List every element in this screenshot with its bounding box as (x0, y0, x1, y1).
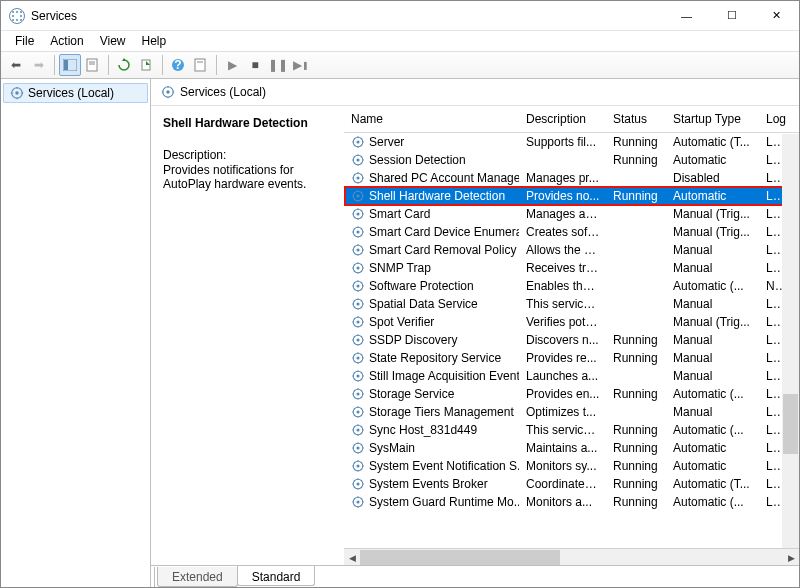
service-row[interactable]: Smart CardManages ac...Manual (Trig...Lo… (344, 205, 799, 223)
svg-line-230 (354, 505, 355, 506)
service-row[interactable]: State Repository ServiceProvides re...Ru… (344, 349, 799, 367)
service-row[interactable]: Still Image Acquisition EventsLaunches a… (344, 367, 799, 385)
service-row[interactable]: Smart Card Device Enumera...Creates soft… (344, 223, 799, 241)
svg-point-93 (356, 266, 359, 269)
maximize-button[interactable]: ☐ (709, 1, 754, 30)
svg-point-163 (356, 392, 359, 395)
svg-line-179 (361, 415, 362, 416)
gear-icon (10, 86, 24, 100)
service-row[interactable]: ServerSupports fil...RunningAutomatic (T… (344, 133, 799, 151)
vertical-scrollbar[interactable] (782, 134, 799, 548)
svg-line-229 (361, 505, 362, 506)
svg-point-183 (356, 428, 359, 431)
list-body[interactable]: ServerSupports fil...RunningAutomatic (T… (344, 133, 799, 548)
svg-line-49 (361, 181, 362, 182)
svg-line-201 (361, 444, 362, 445)
service-description: Provides re... (519, 350, 606, 366)
gear-icon (351, 441, 365, 455)
svg-line-191 (361, 426, 362, 427)
properties-button[interactable] (82, 54, 104, 76)
service-row[interactable]: Spatial Data ServiceThis service ...Manu… (344, 295, 799, 313)
svg-point-133 (356, 338, 359, 341)
service-description: Monitors sy... (519, 458, 606, 474)
svg-line-178 (354, 408, 355, 409)
close-button[interactable]: ✕ (754, 1, 799, 30)
svg-line-80 (354, 235, 355, 236)
svg-line-199 (361, 451, 362, 452)
service-row[interactable]: SSDP DiscoveryDiscovers n...RunningManua… (344, 331, 799, 349)
scroll-left-icon[interactable]: ◀ (344, 549, 360, 566)
service-name: SysMain (369, 441, 415, 455)
service-startup: Automatic (666, 188, 759, 204)
column-status[interactable]: Status (606, 106, 666, 132)
service-row[interactable]: SNMP TrapReceives tra...ManualLoc (344, 259, 799, 277)
horizontal-scrollbar[interactable]: ◀ ▶ (344, 548, 799, 565)
service-status: Running (606, 422, 666, 438)
column-description[interactable]: Description (519, 106, 606, 132)
svg-point-123 (356, 320, 359, 323)
svg-line-111 (361, 282, 362, 283)
svg-point-23 (356, 140, 359, 143)
service-row[interactable]: Shared PC Account ManagerManages pr...Di… (344, 169, 799, 187)
service-row[interactable]: SysMainMaintains a...RunningAutomaticLoc (344, 439, 799, 457)
service-row[interactable]: Software ProtectionEnables the ...Automa… (344, 277, 799, 295)
detail-panel: Shell Hardware Detection Description: Pr… (151, 106, 344, 565)
service-row[interactable]: Storage ServiceProvides en...RunningAuto… (344, 385, 799, 403)
properties2-button[interactable] (190, 54, 212, 76)
svg-point-143 (356, 356, 359, 359)
tab-standard[interactable]: Standard (237, 566, 316, 586)
start-service-button[interactable]: ▶ (221, 54, 243, 76)
forward-button[interactable]: ➡ (28, 54, 50, 76)
svg-point-11 (15, 91, 19, 95)
column-name[interactable]: Name (344, 106, 519, 132)
service-description: Supports fil... (519, 134, 606, 150)
scroll-thumb[interactable] (783, 394, 798, 454)
export-button[interactable] (136, 54, 158, 76)
service-startup: Manual (666, 332, 759, 348)
svg-line-190 (354, 433, 355, 434)
menu-action[interactable]: Action (42, 32, 91, 50)
service-startup: Automatic (666, 458, 759, 474)
refresh-button[interactable] (113, 54, 135, 76)
minimize-button[interactable]: — (664, 1, 709, 30)
menu-help[interactable]: Help (134, 32, 175, 50)
svg-line-198 (354, 444, 355, 445)
svg-point-73 (356, 230, 359, 233)
back-button[interactable]: ⬅ (5, 54, 27, 76)
svg-line-208 (354, 462, 355, 463)
menu-file[interactable]: File (7, 32, 42, 50)
service-row[interactable]: Sync Host_831d449This service ...Running… (344, 421, 799, 439)
svg-line-100 (354, 271, 355, 272)
scroll-right-icon[interactable]: ▶ (783, 549, 799, 566)
restart-service-button[interactable]: ▶❚ (290, 54, 312, 76)
service-row[interactable]: Smart Card Removal PolicyAllows the s...… (344, 241, 799, 259)
help-button[interactable]: ? (167, 54, 189, 76)
pause-service-button[interactable]: ❚❚ (267, 54, 289, 76)
column-logon[interactable]: Log (759, 106, 789, 132)
service-row[interactable]: Storage Tiers ManagementOptimizes t...Ma… (344, 403, 799, 421)
service-row[interactable]: Spot VerifierVerifies pote...Manual (Tri… (344, 313, 799, 331)
service-row[interactable]: System Event Notification S...Monitors s… (344, 457, 799, 475)
column-startup[interactable]: Startup Type (666, 106, 759, 132)
service-row[interactable]: Session DetectionRunningAutomaticLoc (344, 151, 799, 169)
show-hide-tree-button[interactable] (59, 54, 81, 76)
svg-line-181 (361, 408, 362, 409)
svg-line-88 (354, 246, 355, 247)
tab-extended[interactable]: Extended (157, 567, 238, 587)
service-row[interactable]: System Guard Runtime Mo...Monitors a...R… (344, 493, 799, 511)
stop-service-button[interactable]: ■ (244, 54, 266, 76)
menu-view[interactable]: View (92, 32, 134, 50)
pane-header-label: Services (Local) (180, 85, 266, 99)
service-name: Smart Card Device Enumera... (369, 225, 519, 239)
service-row[interactable]: System Events BrokerCoordinates...Runnin… (344, 475, 799, 493)
service-startup: Automatic (T... (666, 476, 759, 492)
svg-point-113 (356, 302, 359, 305)
service-row[interactable]: Shell Hardware DetectionProvides no...Ru… (344, 187, 799, 205)
service-startup: Automatic (... (666, 422, 759, 438)
service-description: Maintains a... (519, 440, 606, 456)
service-description: Allows the s... (519, 242, 606, 258)
scroll-thumb[interactable] (360, 550, 560, 565)
service-name: Still Image Acquisition Events (369, 369, 519, 383)
tree-item-services-local[interactable]: Services (Local) (3, 83, 148, 103)
service-startup: Manual (666, 260, 759, 276)
